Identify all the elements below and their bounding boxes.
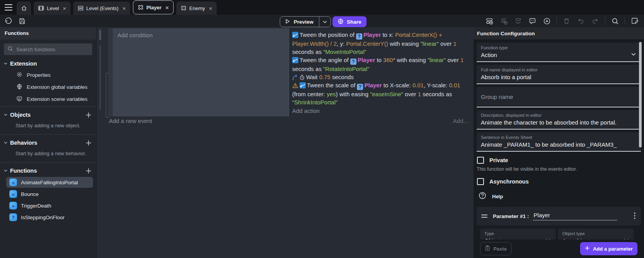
panel-scrollbar-thumb[interactable]: [639, 42, 642, 147]
preview-dropdown-button[interactable]: [319, 17, 331, 27]
actions-cell[interactable]: Tween the position of ?Player to x: Port…: [290, 28, 472, 116]
divider: [0, 134, 96, 135]
drag-handle-icon[interactable]: [481, 215, 487, 218]
tab-level[interactable]: Level ×: [34, 2, 71, 15]
action-text-segment: "linear": [420, 40, 439, 47]
redo-icon[interactable]: [591, 16, 600, 26]
save-icon[interactable]: [17, 16, 27, 26]
action-text-segment: "RotateIntoPortal": [323, 66, 369, 72]
action-row[interactable]: Wait 0.75 seconds: [292, 73, 469, 81]
group-name-field[interactable]: Group name: [477, 87, 641, 107]
action-text-segment: ) with easing: [336, 91, 370, 97]
help-label: Help: [492, 194, 503, 199]
field-label: Object type: [562, 231, 629, 236]
section-extension[interactable]: Extension: [0, 57, 96, 69]
function-item-issteppingonfloor[interactable]: ? IsSteppingOnFloor: [6, 212, 93, 223]
section-objects[interactable]: Objects: [0, 108, 96, 120]
close-icon[interactable]: ×: [165, 5, 169, 10]
sidebar-item-properties[interactable]: Properties: [0, 69, 96, 81]
add-behavior-button[interactable]: [86, 140, 91, 146]
private-checkbox[interactable]: [477, 157, 484, 164]
events-scrollbar[interactable]: [99, 45, 101, 110]
event-block[interactable]: Add condition Tween the position of ?Pla…: [108, 28, 472, 116]
field-label: Description, displayed in editor: [481, 113, 637, 118]
tab-home[interactable]: [17, 2, 31, 15]
action-row[interactable]: Tween the position of ?Player to x: Port…: [292, 31, 469, 56]
add-new-event-link[interactable]: Add a new event: [109, 118, 152, 124]
action-text-segment: yes: [327, 91, 336, 97]
sentence-field[interactable]: Sentence in Events Sheet Animate _PARAM1…: [477, 132, 641, 152]
sidebar-item-extension-global-variables[interactable]: Extension global variables: [0, 81, 96, 93]
paste-button[interactable]: Paste: [480, 242, 511, 255]
film-icon: [38, 5, 44, 11]
kebab-menu-icon[interactable]: [634, 212, 635, 221]
asynchronous-label: Asynchronous: [489, 178, 529, 185]
action-text-segment: , Y-scale:: [424, 82, 449, 88]
close-icon[interactable]: ×: [209, 5, 212, 11]
preview-button[interactable]: Preview: [280, 16, 331, 27]
undo-icon[interactable]: [576, 16, 585, 26]
add-object-button[interactable]: [86, 112, 91, 118]
full-name-field[interactable]: Full name displayed in editor Absorb int…: [477, 65, 641, 84]
section-label: Objects: [10, 112, 86, 118]
add-a-parameter-button[interactable]: Add a parameter: [580, 242, 637, 255]
action-text-segment: Player: [363, 31, 381, 38]
event-bracket: [106, 73, 109, 118]
history-icon[interactable]: [4, 16, 13, 26]
behaviors-empty-text: Start by adding a new behavior.: [0, 148, 96, 161]
add-subevent-icon[interactable]: [499, 16, 508, 26]
function-item-triggerdeath[interactable]: » TriggerDeath: [6, 200, 93, 211]
add-function-button[interactable]: [86, 168, 91, 174]
action-text-segment: "easeInSine": [370, 91, 403, 97]
action-row[interactable]: Tween the angle of ?Player to 360° with …: [292, 56, 469, 73]
private-helper-text: This function will be visible in the eve…: [477, 166, 644, 172]
description-field[interactable]: Description, displayed in editor Animate…: [477, 110, 641, 130]
tab-level-events[interactable]: Level (Events) ×: [73, 2, 130, 15]
add-event-icon[interactable]: [485, 16, 494, 26]
tab-player[interactable]: Player ×: [133, 0, 174, 14]
action-row[interactable]: Tween the scale of ?Player to X-scale: 0…: [292, 81, 469, 106]
functions-sidebar: Functions Extension Properties Extension…: [0, 27, 96, 258]
qmark-icon: ?: [356, 33, 362, 40]
conditions-cell[interactable]: Add condition: [113, 28, 290, 116]
preview-label: Preview: [294, 19, 313, 25]
action-text-segment: seconds: [331, 74, 354, 80]
delete-icon[interactable]: [562, 16, 571, 26]
tab-label: Player: [146, 5, 162, 10]
close-icon[interactable]: ×: [122, 5, 126, 11]
add-action-link[interactable]: Add action: [292, 107, 469, 115]
add-condition-link[interactable]: Add condition: [117, 32, 153, 38]
help-button[interactable]: Help: [479, 192, 644, 201]
parameters-footer: Paste Add a parameter: [474, 239, 644, 258]
events-scrollbar-thumb[interactable]: [99, 29, 101, 40]
sidebar-item-extension-scene-variables[interactable]: Extension scene variables: [0, 93, 96, 105]
add-more-link[interactable]: Add...: [453, 118, 468, 124]
parameter-card[interactable]: Parameter #1 : Player: [477, 207, 641, 225]
section-behaviors[interactable]: Behaviors: [0, 136, 96, 148]
function-item-bounce[interactable]: » Bounce: [6, 189, 93, 199]
tween-icon: [300, 82, 306, 88]
toolbar-separator: [556, 17, 557, 25]
gdevelop-window: Level × Level (Events) × Player × Enemy …: [0, 0, 644, 258]
close-icon[interactable]: ×: [63, 5, 66, 11]
chevron-down-icon: [4, 62, 7, 65]
section-functions[interactable]: Functions: [0, 164, 96, 176]
add-other-event-icon[interactable]: [513, 16, 523, 26]
function-item-animatefallingintoportal[interactable]: » AnimateFallingIntoPortal: [6, 177, 93, 188]
add-circle-icon[interactable]: [542, 16, 551, 26]
comment-icon[interactable]: [528, 16, 537, 26]
function-type-select[interactable]: Function type Action: [477, 43, 641, 62]
search-functions-input[interactable]: [16, 47, 89, 52]
parameter-name-input[interactable]: Player: [533, 212, 617, 220]
tab-enemy[interactable]: Enemy ×: [176, 2, 217, 15]
search-functions-box[interactable]: [4, 43, 92, 55]
events-sheet: Add condition Tween the position of ?Pla…: [96, 27, 474, 258]
asynchronous-checkbox[interactable]: [477, 178, 484, 185]
action-text-segment: 1: [460, 57, 463, 63]
hamburger-menu-icon[interactable]: [5, 4, 12, 10]
share-button[interactable]: Share: [332, 16, 367, 27]
edit-extension-icon[interactable]: [630, 16, 639, 26]
warning-icon: [292, 83, 298, 88]
private-label: Private: [489, 157, 508, 163]
search-icon[interactable]: [610, 16, 620, 26]
